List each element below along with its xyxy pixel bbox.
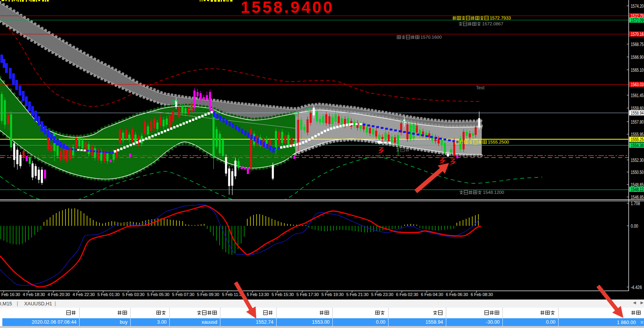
svg-text:5 Feb 05:30: 5 Feb 05:30 bbox=[147, 292, 169, 297]
svg-text:1558.9400: 1558.9400 bbox=[241, 0, 334, 16]
svg-text:0.00: 0.00 bbox=[631, 223, 638, 229]
svg-text:1554.38: 1554.38 bbox=[631, 143, 644, 148]
svg-text:1570.1600: 1570.1600 bbox=[420, 35, 442, 39]
svg-text:1566.90: 1566.90 bbox=[631, 55, 644, 60]
svg-text:1546.85: 1546.85 bbox=[631, 195, 644, 200]
svg-text:4 Feb 20:30: 4 Feb 20:30 bbox=[48, 292, 70, 297]
svg-text:5 Feb 21:30: 5 Feb 21:30 bbox=[346, 292, 369, 297]
svg-text:4 Feb 22:30: 4 Feb 22:30 bbox=[73, 292, 95, 297]
svg-text:1574.20: 1574.20 bbox=[631, 4, 644, 9]
svg-text:5 Feb 07:30: 5 Feb 07:30 bbox=[172, 292, 194, 297]
svg-text:6 Feb 04:30: 6 Feb 04:30 bbox=[421, 292, 443, 297]
svg-text:5 Feb 19:30: 5 Feb 19:30 bbox=[321, 292, 344, 297]
svg-text:4 Feb 16:30: 4 Feb 16:30 bbox=[0, 292, 20, 297]
svg-text:1572.0867: 1572.0867 bbox=[482, 21, 503, 26]
svg-text:5 Feb 11:30: 5 Feb 11:30 bbox=[222, 292, 244, 297]
svg-text:5 Feb 17:30: 5 Feb 17:30 bbox=[296, 292, 319, 297]
svg-text:6 Feb 02:30: 6 Feb 02:30 bbox=[396, 292, 418, 297]
svg-text:1548.12: 1548.12 bbox=[631, 187, 644, 192]
svg-text:Text: Text bbox=[476, 85, 485, 90]
svg-text:1557.80: 1557.80 bbox=[631, 119, 644, 125]
svg-text:1563.03: 1563.03 bbox=[631, 82, 644, 87]
svg-text:1572.09: 1572.09 bbox=[631, 18, 644, 23]
svg-text:1572.7933: 1572.7933 bbox=[490, 16, 511, 20]
svg-text:5 Feb 03:30: 5 Feb 03:30 bbox=[122, 292, 144, 297]
svg-text:5 Feb 23:30: 5 Feb 23:30 bbox=[371, 292, 393, 297]
svg-text:1558.94: 1558.94 bbox=[631, 110, 644, 116]
svg-text:1568.75: 1568.75 bbox=[631, 42, 644, 47]
svg-text:1552.30: 1552.30 bbox=[631, 158, 644, 163]
svg-text:1561.45: 1561.45 bbox=[631, 93, 644, 98]
svg-text:1565.10: 1565.10 bbox=[631, 67, 644, 73]
svg-text:1570.16: 1570.16 bbox=[631, 32, 644, 37]
svg-text:5 Feb 09:30: 5 Feb 09:30 bbox=[197, 292, 219, 297]
svg-text:5 Feb 01:30: 5 Feb 01:30 bbox=[98, 292, 120, 297]
svg-text:1555.95: 1555.95 bbox=[631, 132, 644, 137]
svg-text:1.708: 1.708 bbox=[631, 201, 640, 206]
svg-text:5 Feb 15:30: 5 Feb 15:30 bbox=[271, 292, 294, 297]
svg-text:5 Feb 13:30: 5 Feb 13:30 bbox=[247, 292, 269, 297]
svg-text:1548.1200: 1548.1200 bbox=[483, 190, 504, 195]
svg-text:6 Feb 08:30: 6 Feb 08:30 bbox=[471, 292, 493, 297]
svg-text:1555.2500: 1555.2500 bbox=[488, 140, 509, 144]
svg-text:1550.50: 1550.50 bbox=[631, 170, 644, 175]
svg-text:-4.426: -4.426 bbox=[631, 285, 642, 290]
svg-text:6 Feb 06:30: 6 Feb 06:30 bbox=[446, 292, 468, 297]
svg-text:4 Feb 18:30: 4 Feb 18:30 bbox=[23, 292, 45, 297]
svg-text:1555.25: 1555.25 bbox=[631, 137, 644, 142]
